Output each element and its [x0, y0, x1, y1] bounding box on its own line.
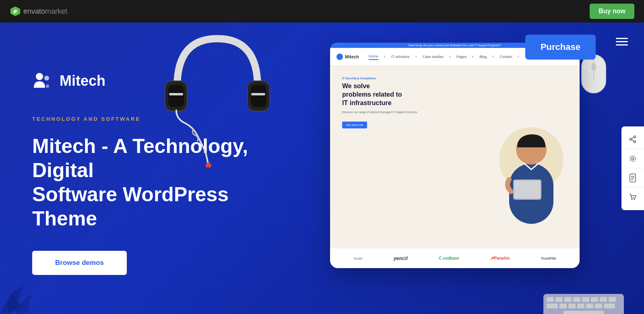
svg-point-21 [630, 138, 632, 140]
mockup-nav-home: Home [369, 54, 378, 60]
svg-rect-45 [586, 304, 593, 308]
svg-rect-33 [547, 297, 554, 302]
mockup-hero-title: We solveproblems related toIT infrastruc… [342, 82, 568, 107]
website-preview-mockup: Now hiring: Are you a Smart and Motivate… [330, 43, 580, 268]
mockup-brand-codbase: C codbase [439, 256, 459, 260]
svg-point-19 [634, 136, 636, 138]
hamburger-line-3 [616, 44, 628, 45]
svg-rect-38 [591, 297, 598, 302]
mockup-cta-button: Get more info [342, 122, 367, 128]
svg-rect-36 [573, 297, 580, 302]
cart-icon-button[interactable] [621, 188, 644, 207]
mockup-logo: Mitech [336, 54, 359, 60]
mockup-brand-pencil: pencil [394, 256, 408, 261]
svg-rect-6 [251, 93, 265, 95]
svg-rect-48 [564, 311, 604, 314]
plant-decoration [0, 266, 48, 314]
mockup-hero-content: IT Security & Compliance We solveproblem… [330, 66, 580, 248]
hero-section: Mitech Technology and Software Mitech - … [0, 23, 644, 314]
svg-point-13 [46, 85, 49, 88]
mockup-brand-trustfile: TrustFile [541, 256, 556, 260]
mockup-nav-contact: Contact [500, 54, 512, 60]
svg-point-11 [36, 73, 43, 80]
headphones-decoration [153, 23, 282, 167]
svg-rect-5 [169, 93, 183, 95]
keyboard-decoration [543, 290, 624, 314]
hamburger-menu-button[interactable] [616, 38, 628, 45]
mockup-nav-case: Case studies [423, 54, 444, 60]
envato-logo: envatomarket [10, 6, 67, 17]
svg-point-12 [44, 76, 49, 81]
svg-rect-40 [609, 297, 616, 302]
svg-line-22 [632, 137, 634, 139]
svg-rect-2 [168, 85, 184, 107]
svg-rect-47 [604, 304, 615, 308]
svg-rect-46 [595, 304, 602, 308]
mockup-logo-icon [336, 54, 343, 60]
svg-point-25 [630, 156, 636, 161]
svg-rect-4 [251, 85, 266, 107]
side-icons-panel [621, 126, 644, 210]
svg-rect-35 [564, 297, 572, 302]
mockup-nav-it: IT solutions [391, 54, 410, 60]
mitech-logo-icon [32, 70, 54, 92]
settings-icon-button[interactable] [621, 149, 644, 168]
mitech-brand-name: Mitech [60, 72, 105, 89]
mockup-hero-area: IT Security & Compliance We solveproblem… [330, 66, 580, 248]
share-icon-button[interactable] [621, 130, 644, 149]
document-icon-button[interactable] [621, 168, 644, 188]
svg-rect-43 [568, 304, 576, 308]
purchase-button[interactable]: Purchase [525, 35, 596, 60]
svg-point-31 [634, 199, 635, 200]
mockup-brand-panahin: 𝒫 Panahin [490, 256, 510, 261]
mockup-brand-nudie: Nudie [354, 256, 363, 260]
svg-line-23 [632, 140, 634, 141]
mockup-logo-text: Mitech [345, 54, 359, 59]
mockup-hero-subtitle: Discover our range of tailored Managed I… [342, 110, 568, 115]
top-navigation: envatomarket Buy now [0, 0, 644, 23]
svg-rect-42 [559, 304, 567, 308]
svg-rect-37 [582, 297, 589, 302]
svg-rect-39 [600, 297, 607, 302]
svg-point-7 [206, 163, 211, 167]
mockup-brands-bar: Nudie pencil C codbase 𝒫 Panahin TrustFi… [330, 248, 580, 268]
mockup-nav-blog: Blog [479, 54, 487, 60]
svg-rect-41 [547, 304, 558, 308]
svg-point-24 [632, 157, 634, 160]
envato-icon [10, 6, 21, 17]
svg-point-20 [634, 140, 636, 143]
hamburger-line-1 [616, 38, 628, 39]
svg-rect-34 [555, 297, 563, 302]
mockup-hero-tag: IT Security & Compliance [342, 77, 568, 80]
hamburger-line-2 [616, 41, 628, 42]
buy-now-button[interactable]: Buy now [590, 4, 634, 19]
svg-rect-44 [577, 304, 584, 308]
envato-logo-text: envatomarket [23, 7, 67, 16]
svg-point-10 [591, 63, 596, 71]
mockup-nav-pages: Pages [456, 54, 467, 60]
svg-point-30 [632, 199, 633, 200]
